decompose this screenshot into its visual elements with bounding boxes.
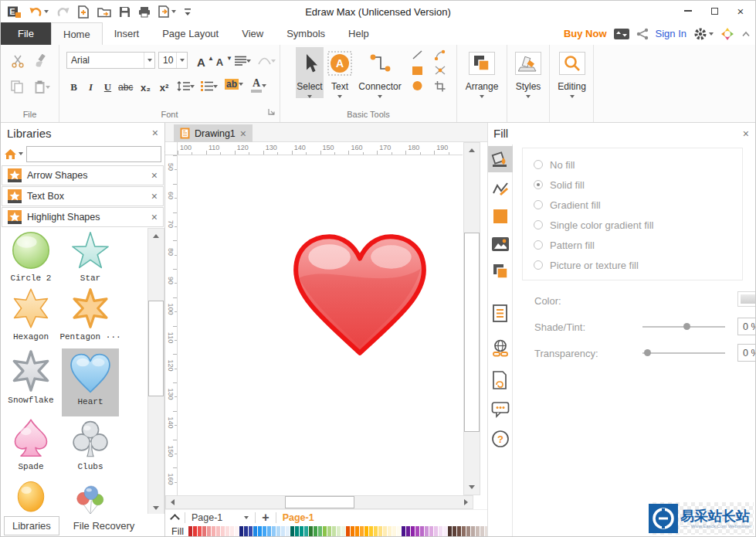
palette-swatch[interactable] (406, 526, 410, 536)
italic-button[interactable]: I (82, 77, 100, 97)
bottom-tab-file-recovery[interactable]: File Recovery (66, 517, 142, 535)
redo-button[interactable] (54, 5, 73, 19)
palette-swatch[interactable] (397, 526, 401, 536)
shrink-font-button[interactable]: A▼ (211, 52, 235, 72)
shape-pentagon[interactable]: Pentagon ··· (62, 287, 119, 342)
palette-swatch[interactable] (457, 526, 461, 536)
page-selector[interactable]: Page-1 (192, 512, 249, 523)
crop-tool-button[interactable] (431, 79, 449, 93)
font-color-button[interactable]: A (249, 76, 269, 94)
line-style-tab-icon[interactable] (488, 175, 513, 202)
palette-swatch[interactable] (402, 526, 405, 536)
font-dialog-launcher[interactable] (268, 107, 276, 118)
library-section-arrow-shapes[interactable]: Arrow Shapes × (2, 165, 164, 185)
canvas-hscrollbar-thumb[interactable] (285, 496, 354, 508)
bullets-caret-icon[interactable] (213, 85, 218, 88)
text-caret-icon[interactable] (337, 95, 342, 98)
palette-swatch[interactable] (304, 526, 308, 536)
option-pattern-fill[interactable]: Pattern fill (534, 235, 742, 255)
bullets-button[interactable] (198, 80, 220, 93)
select-caret-icon[interactable] (307, 95, 312, 98)
section-close-icon[interactable]: × (151, 191, 158, 202)
palette-swatch[interactable] (235, 526, 239, 536)
palette-swatch[interactable] (202, 526, 206, 536)
palette-swatch[interactable] (462, 526, 466, 536)
palette-swatch[interactable] (300, 526, 303, 536)
line-tool-button[interactable] (408, 48, 426, 62)
palette-swatch[interactable] (267, 526, 271, 536)
shape-snowflake[interactable]: Snowflake (2, 348, 59, 405)
shape-circle-2[interactable]: Circle 2 (2, 229, 59, 283)
palette-swatch[interactable] (276, 526, 280, 536)
shape-hexagon[interactable]: Hexagon (2, 287, 59, 342)
close-button[interactable]: × (727, 1, 754, 21)
sidebar-scroll-up-button[interactable] (148, 229, 164, 243)
tab-page-layout[interactable]: Page Layout (151, 22, 230, 45)
radio-icon[interactable] (534, 200, 543, 209)
transparency-spinner[interactable]: 0 % (737, 344, 756, 362)
shape-balloons[interactable] (62, 480, 119, 515)
theme-color-tab-icon[interactable] (488, 203, 513, 229)
palette-swatch[interactable] (439, 526, 442, 536)
shape-heart-selected[interactable]: Heart (62, 348, 119, 416)
palette-swatch[interactable] (476, 526, 480, 536)
palette-swatch[interactable] (346, 526, 350, 536)
palette-swatch[interactable] (230, 526, 234, 536)
paste-caret-icon[interactable] (46, 86, 50, 89)
comment-tab-icon[interactable] (488, 396, 513, 423)
radio-icon[interactable] (534, 220, 543, 229)
drawing-canvas[interactable] (178, 155, 463, 496)
library-section-text-box[interactable]: Text Box × (2, 186, 164, 206)
transparency-slider-knob[interactable] (644, 349, 651, 356)
fill-panel-close-icon[interactable]: × (743, 127, 749, 140)
shade-slider-knob[interactable] (683, 323, 690, 330)
palette-swatch[interactable] (369, 526, 373, 536)
option-single-color-gradient-fill[interactable]: Single color gradient fill (534, 215, 742, 235)
tab-symbols[interactable]: Symbols (275, 22, 337, 45)
palette-swatch[interactable] (327, 526, 331, 536)
palette-swatch[interactable] (415, 526, 419, 536)
fill-tab-icon[interactable] (488, 146, 513, 172)
color-dropdown[interactable] (737, 291, 756, 307)
collapse-ribbon-icon[interactable] (741, 31, 751, 37)
document-tab-close-icon[interactable]: × (240, 128, 246, 139)
canvas-scroll-down-button[interactable] (464, 480, 480, 495)
libraries-close-icon[interactable]: × (152, 127, 158, 138)
bottom-tab-libraries[interactable]: Libraries (4, 516, 59, 535)
undo-button[interactable] (26, 5, 51, 19)
arrange-caret-icon[interactable] (480, 95, 484, 98)
line-spacing-button[interactable] (175, 80, 197, 93)
format-painter-button[interactable] (32, 53, 49, 70)
page-setup-tab-icon[interactable] (488, 301, 513, 327)
line-spacing-caret-icon[interactable] (190, 85, 195, 88)
font-family-select[interactable]: Arial (66, 52, 155, 69)
palette-swatch[interactable] (383, 526, 387, 536)
transparency-slider[interactable] (642, 352, 725, 354)
text-tool-button[interactable]: A Text (327, 47, 353, 98)
page-tab-active[interactable]: Page-1 (283, 512, 314, 523)
tab-view[interactable]: View (230, 22, 275, 45)
connection-point-tool-button[interactable] (431, 63, 449, 77)
styles-caret-icon[interactable] (526, 95, 531, 98)
tab-insert[interactable]: Insert (103, 22, 151, 45)
styles-button[interactable]: Styles (510, 47, 546, 98)
align-text-button[interactable] (232, 54, 253, 67)
radio-selected-icon[interactable] (534, 180, 543, 189)
library-home-button[interactable] (4, 148, 23, 160)
option-no-fill[interactable]: No fill (534, 155, 742, 175)
palette-swatch[interactable] (309, 526, 313, 536)
palette-swatch[interactable] (429, 526, 433, 536)
palette-swatch[interactable] (434, 526, 438, 536)
buy-now-link[interactable]: Buy Now (564, 28, 607, 39)
palette-swatch[interactable] (198, 526, 202, 536)
palette-swatch[interactable] (411, 526, 415, 536)
minimize-button[interactable] (675, 1, 701, 21)
new-document-button[interactable] (76, 4, 92, 20)
palette-swatch[interactable] (253, 526, 257, 536)
palette-swatch[interactable] (323, 526, 327, 536)
arc-text-button[interactable] (256, 55, 278, 66)
share-icon[interactable] (636, 28, 649, 40)
underline-button[interactable]: U (99, 77, 117, 97)
document-tab-drawing1[interactable]: Drawing1 × (174, 124, 253, 142)
undo-caret-icon[interactable] (44, 10, 49, 13)
